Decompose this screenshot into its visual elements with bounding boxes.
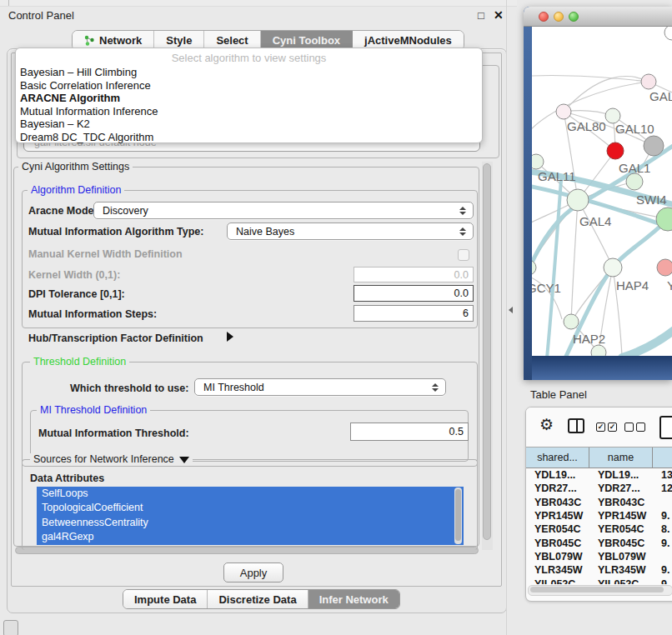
data-attributes-list[interactable]: SelfLoops TopologicalCoefficient Between… — [37, 487, 464, 545]
divider-collapse-icon[interactable] — [509, 307, 513, 313]
settings-vertical-scrollbar[interactable] — [482, 162, 493, 550]
apply-button[interactable]: Apply — [223, 562, 283, 582]
table-row[interactable]: YPR145WYPR145W9. — [526, 509, 672, 522]
which-threshold-select[interactable]: MI Threshold — [194, 378, 446, 396]
dropdown-item[interactable]: Basic Correlation Inference — [16, 79, 482, 92]
list-item[interactable]: BetweennessCentrality — [37, 516, 464, 530]
cell: 9. — [653, 510, 672, 522]
node-gcy1 — [532, 260, 536, 275]
node-gal80 — [556, 104, 571, 119]
mi-threshold-field[interactable]: 0.5 — [350, 422, 469, 441]
collapse-down-icon — [179, 457, 189, 463]
cell: 13 — [653, 469, 672, 481]
expand-right-icon[interactable] — [227, 332, 233, 342]
collapsed-panel-icon[interactable] — [3, 620, 18, 635]
column-header-partial[interactable]: A — [653, 448, 672, 468]
cell: YPR145W — [589, 510, 653, 522]
cell: YIL052C — [526, 578, 589, 584]
kernel-width-field[interactable]: 0.0 — [354, 267, 474, 282]
data-attributes-label: Data Attributes — [30, 472, 104, 484]
table-row[interactable]: YER054CYER054C8. — [526, 522, 672, 536]
mi-steps-field[interactable]: 6 — [354, 305, 474, 322]
which-threshold-label: Which threshold to use: — [70, 382, 188, 394]
close-window-icon[interactable] — [539, 12, 549, 22]
dropdown-item[interactable]: Dream8 DC_TDC Algorithm — [16, 131, 482, 144]
column-header-name[interactable]: name — [589, 448, 653, 468]
mi-type-select[interactable]: Naive Bayes — [227, 222, 474, 240]
cell: YDL19... — [526, 469, 589, 481]
deselect-all-icon[interactable] — [624, 422, 645, 432]
node-label: GAL1 — [619, 161, 650, 175]
cell: 9. — [653, 578, 672, 584]
network-window: GAL GAL80 GAL10 GAL1 GAL11 SWI4 GAL4 GCY… — [524, 7, 672, 380]
select-all-icon[interactable]: ✓ ✓ — [596, 422, 617, 432]
table-row[interactable]: YDR27...YDR27...12 — [526, 482, 672, 495]
close-panel-icon[interactable]: ✕ — [494, 8, 504, 22]
panel-divider[interactable] — [506, 0, 507, 635]
cell: YDR27... — [589, 482, 653, 494]
column-header-shared-name[interactable]: shared... — [526, 448, 589, 468]
minimize-window-icon[interactable] — [554, 12, 564, 22]
tab-impute-data[interactable]: Impute Data — [123, 590, 208, 608]
cyni-mode-tabs: Impute Data Discretize Data Infer Networ… — [123, 589, 400, 609]
dropdown-item[interactable]: Bayesian – Hill Climbing — [16, 66, 482, 79]
mi-steps-label: Mutual Information Steps: — [28, 308, 157, 320]
node-label: HAP4 — [616, 278, 649, 292]
sources-title[interactable]: Sources for Network Inference — [30, 453, 193, 465]
settings-vertical-scroll-thumb[interactable] — [483, 163, 491, 540]
network-icon — [84, 35, 95, 46]
node-selected-red — [607, 142, 624, 159]
node-gal4 — [567, 189, 589, 211]
table-row[interactable]: YBR043CYBR043C — [526, 496, 672, 509]
node — [664, 26, 672, 40]
kernel-width-label: Kernel Width (0,1): — [28, 269, 120, 281]
dropdown-item[interactable]: Bayesian – K2 — [16, 118, 482, 131]
mi-threshold-title: MI Threshold Definition — [37, 404, 150, 416]
dropdown-item-selected[interactable]: ARACNE Algorithm — [16, 92, 482, 105]
list-item[interactable]: SelfLoops — [37, 487, 464, 501]
table-row[interactable]: YLR345WYLR345W9. — [526, 563, 672, 577]
cyni-algorithm-settings-title: Cyni Algorithm Settings — [18, 161, 133, 172]
sources-title-label: Sources for Network Inference — [33, 453, 174, 465]
split-columns-icon[interactable] — [568, 418, 584, 433]
zoom-window-icon[interactable] — [569, 12, 579, 22]
table-toolbar: ⚙ ✓ ✓ — [526, 408, 672, 448]
float-panel-icon[interactable]: □ — [478, 9, 484, 22]
table-row[interactable]: YIL052CYIL052C9. — [526, 577, 672, 584]
table-row[interactable]: YBR045CYBR045C9. — [526, 536, 672, 549]
node-label: SWI4 — [636, 192, 667, 207]
control-panel-title: Control Panel — [8, 9, 74, 22]
gear-icon[interactable]: ⚙ — [539, 415, 554, 434]
aracne-mode-select[interactable]: Discovery — [93, 202, 474, 219]
file-icon[interactable] — [659, 416, 672, 439]
node-label: GAL10 — [615, 122, 654, 136]
aracne-mode-value: Discovery — [94, 205, 459, 217]
list-item[interactable]: TopologicalCoefficient — [37, 501, 464, 515]
list-vertical-scroll-thumb[interactable] — [455, 489, 461, 541]
tab-select-label: Select — [216, 34, 248, 47]
network-window-titlebar[interactable] — [524, 7, 672, 27]
manual-kernel-checkbox[interactable] — [458, 249, 469, 261]
list-item[interactable]: gal4RGexp — [37, 530, 464, 544]
cell: YDL19... — [589, 469, 653, 481]
tab-discretize-data[interactable]: Discretize Data — [208, 590, 308, 608]
table-row[interactable]: YBL079WYBL079W — [526, 550, 672, 563]
table-horizontal-scroll-thumb[interactable] — [530, 587, 664, 592]
cell: YBR043C — [526, 497, 589, 508]
table-row[interactable]: YDL19...YDL19...13 — [526, 468, 672, 482]
cell: YER054C — [589, 523, 653, 535]
network-window-frame-bottom — [532, 356, 672, 380]
table-header-row: shared... name A — [526, 448, 672, 468]
which-threshold-value: MI Threshold — [195, 382, 432, 393]
mi-type-value: Naive Bayes — [228, 226, 459, 238]
dpi-tolerance-field[interactable]: 0.0 — [354, 285, 474, 302]
list-vertical-scrollbar[interactable] — [454, 488, 462, 544]
network-canvas[interactable]: GAL GAL80 GAL10 GAL1 GAL11 SWI4 GAL4 GCY… — [532, 26, 672, 356]
node-label: GAL — [649, 89, 672, 103]
dropdown-item[interactable]: Mutual Information Inference — [16, 105, 482, 118]
hub-definition-label[interactable]: Hub/Transcription Factor Definition — [28, 332, 203, 344]
tab-cyni-toolbox-label: Cyni Toolbox — [273, 34, 340, 47]
table-horizontal-scrollbar[interactable] — [528, 585, 672, 596]
node-label: GCY1 — [532, 281, 561, 295]
tab-infer-network[interactable]: Infer Network — [308, 590, 399, 608]
